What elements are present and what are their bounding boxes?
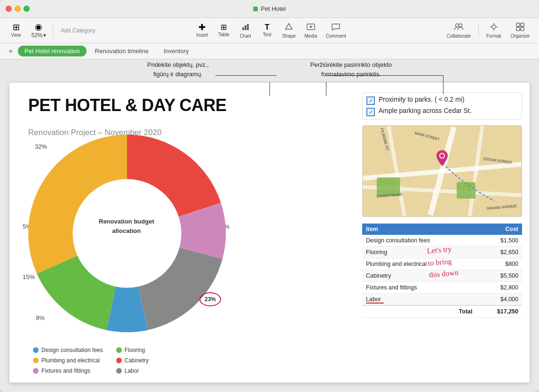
minimize-button[interactable] xyxy=(15,6,21,12)
maximize-button[interactable] xyxy=(24,6,30,12)
table-total-label: Total xyxy=(362,305,476,318)
tabs-bar: + Pet Hotel renovation Renovation timeli… xyxy=(0,43,539,59)
svg-rect-16 xyxy=(521,27,524,31)
map-label-grand: GRAND AVENUE xyxy=(487,204,517,211)
svg-rect-14 xyxy=(521,23,524,26)
legend-flooring: Flooring xyxy=(116,347,149,353)
legend-dot-fixtures xyxy=(33,368,39,374)
collaborate-icon xyxy=(454,23,463,32)
toolbar: View 52% ▾ Add Category ✚ Insert ⊞ xyxy=(0,18,539,43)
checkbox-1[interactable]: ✓ xyxy=(366,96,375,105)
shape-button[interactable]: Shape xyxy=(278,21,300,40)
table-cell-cost-5: $2,800 xyxy=(476,282,523,294)
view-icon xyxy=(13,23,20,32)
zoom-label: 52% ▾ xyxy=(31,32,46,39)
legend-fixtures: Fixtures and fittings xyxy=(33,368,103,374)
checklist: ✓ Proximity to parks. ( < 0.2 mi) ✓ Ampl… xyxy=(362,92,522,120)
legend-plumbing: Plumbing and electrical xyxy=(33,357,103,364)
tab-renovation-timeline[interactable]: Renovation timeline xyxy=(88,46,155,56)
add-category-button[interactable]: Add Category xyxy=(57,25,99,36)
insert-icon: ✚ xyxy=(198,23,206,32)
tab-pet-hotel-renovation[interactable]: Pet Hotel renovation xyxy=(18,46,87,56)
legend-labor: Labor xyxy=(116,368,149,374)
pct-23-label: 23% xyxy=(199,292,221,306)
add-category-label: Add Category xyxy=(61,27,95,34)
table-label: Table xyxy=(218,32,230,37)
table-cell-item-5: Fixtures and fittings xyxy=(362,282,476,294)
table-cell-item-1: Design consultation fees xyxy=(362,235,476,247)
legend-cabinetry: Cabinetry xyxy=(116,357,149,364)
legend-dot-labor xyxy=(116,368,122,374)
close-button[interactable] xyxy=(6,6,12,12)
toolbar-left: View 52% ▾ Add Category xyxy=(6,21,99,40)
comment-button[interactable]: Comment xyxy=(322,21,350,40)
toolbar-right: Collaborate Format Organize xyxy=(443,21,533,40)
media-icon xyxy=(307,23,315,32)
format-icon xyxy=(490,23,498,32)
organize-label: Organize xyxy=(510,33,530,39)
map-label-main: MAIN STREET xyxy=(414,131,440,142)
table-cell-cost-labor: $4,000 xyxy=(476,294,523,306)
donut-center-text: Renovation budget allocation xyxy=(99,217,154,235)
map-green-2 xyxy=(457,182,476,199)
svg-point-19 xyxy=(440,154,444,158)
annotation-line-right xyxy=(326,75,444,76)
collaborate-button[interactable]: Collaborate xyxy=(443,21,475,40)
legend-col-1: Design consultation fees Plumbing and el… xyxy=(33,347,103,374)
organize-button[interactable]: Organize xyxy=(507,21,533,40)
annotation-area: Pridėkite objektų, pvz., figūrų ir diagr… xyxy=(110,60,429,79)
view-button[interactable]: View xyxy=(6,21,26,40)
format-label: Format xyxy=(486,33,501,39)
shape-label: Shape xyxy=(282,33,296,39)
svg-rect-13 xyxy=(516,23,520,26)
zoom-icon xyxy=(35,23,42,31)
svg-rect-2 xyxy=(247,24,249,30)
table-button[interactable]: ⊞ Table xyxy=(214,22,234,39)
file-icon xyxy=(253,7,258,11)
legend-dot-plumbing xyxy=(33,358,39,363)
text-label: Text xyxy=(263,32,271,37)
table-row: Design consultation fees $1,500 xyxy=(362,235,522,247)
annotation-tooltip-2: Peržiūrėkite pasirinkto objekto formatav… xyxy=(310,60,392,79)
map: FILMORE ST. MAIN STREET CEDAR STREET RAN… xyxy=(362,125,522,217)
insert-button[interactable]: ✚ Insert xyxy=(192,21,213,40)
text-button[interactable]: T Text xyxy=(257,22,277,39)
legend-design: Design consultation fees xyxy=(33,347,103,353)
donut-chart: 32% 5% 15% 9% 16% xyxy=(19,135,235,337)
check-item-1: ✓ Proximity to parks. ( < 0.2 mi) xyxy=(366,96,518,105)
app-window: Pet Hotel View 52% ▾ Add Category xyxy=(0,0,539,392)
svg-marker-3 xyxy=(285,24,292,29)
table-cell-item-labor: Labor xyxy=(362,294,476,306)
svg-rect-1 xyxy=(245,25,246,30)
table-cell-item-3: Plumbing and electrical xyxy=(362,258,476,270)
organize-icon xyxy=(516,23,524,32)
table-header-item: Item xyxy=(362,224,476,235)
format-button[interactable]: Format xyxy=(483,21,505,40)
checkbox-2[interactable]: ✓ xyxy=(366,108,375,116)
separator xyxy=(53,24,53,38)
zoom-button[interactable]: 52% ▾ xyxy=(28,21,49,40)
table-cell-item-2: Flooring xyxy=(362,247,476,258)
chart-button[interactable]: Chart xyxy=(235,21,256,40)
comment-icon xyxy=(332,23,340,32)
collaborate-label: Collaborate xyxy=(447,33,471,39)
table-row: Flooring $2,650 xyxy=(362,247,522,258)
table-icon: ⊞ xyxy=(221,24,227,31)
table-cell-cost-4: $5,500 xyxy=(476,270,523,282)
table-cell-cost-3: $800 xyxy=(476,258,523,270)
media-button[interactable]: Media xyxy=(301,21,321,40)
svg-rect-0 xyxy=(242,27,244,30)
chart-label: Chart xyxy=(240,33,251,39)
toolbar-center: ✚ Insert ⊞ Table Chart T Text xyxy=(192,21,350,40)
chart-legend: Design consultation fees Plumbing and el… xyxy=(33,347,149,374)
check-text-2: Ample parking across Cedar St. xyxy=(379,107,472,114)
tab-inventory[interactable]: Inventory xyxy=(157,46,195,56)
add-tab-button[interactable]: + xyxy=(6,46,16,56)
annotation-tooltip-1: Pridėkite objektų, pvz., figūrų ir diagr… xyxy=(147,60,209,79)
budget-table: Item Cost Design consultation fees $1,50… xyxy=(362,224,522,318)
comment-label: Comment xyxy=(326,33,346,39)
right-panel: ✓ Proximity to parks. ( < 0.2 mi) ✓ Ampl… xyxy=(362,92,522,318)
svg-point-7 xyxy=(459,24,462,27)
svg-point-6 xyxy=(456,24,459,27)
main-area: Pridėkite objektų, pvz., figūrų ir diagr… xyxy=(0,59,539,392)
